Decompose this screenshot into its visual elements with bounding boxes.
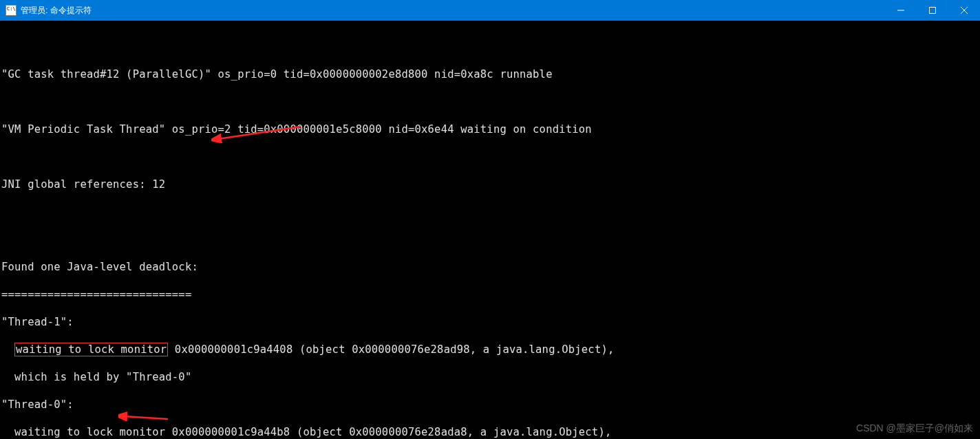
output-line: waiting to lock monitor 0x000000001c9a44… bbox=[1, 343, 979, 356]
output-line: "VM Periodic Task Thread" os_prio=2 tid=… bbox=[1, 122, 979, 136]
output-line: ============================= bbox=[1, 288, 979, 301]
output-line bbox=[1, 205, 979, 219]
output-line: "Thread-0": bbox=[1, 398, 979, 411]
window-controls bbox=[885, 0, 980, 21]
output-line: waiting to lock monitor 0x000000001c9a44… bbox=[1, 425, 979, 439]
close-button[interactable] bbox=[948, 0, 980, 21]
minimize-button[interactable] bbox=[885, 0, 917, 21]
output-line bbox=[1, 233, 979, 246]
watermark: CSDN @墨家巨子@俏如来 bbox=[856, 422, 973, 435]
output-line bbox=[1, 40, 979, 54]
output-line: which is held by "Thread-0" bbox=[1, 370, 979, 384]
output-line: "GC task thread#12 (ParallelGC)" os_prio… bbox=[1, 67, 979, 81]
output-line bbox=[1, 150, 979, 164]
window-title: 管理员: 命令提示符 bbox=[21, 5, 92, 17]
terminal-output[interactable]: "GC task thread#12 (ParallelGC)" os_prio… bbox=[0, 21, 980, 439]
output-line bbox=[1, 95, 979, 109]
output-line: "Thread-1": bbox=[1, 315, 979, 329]
output-line: JNI global references: 12 bbox=[1, 178, 979, 191]
highlight-box: waiting to lock monitor bbox=[14, 343, 168, 356]
window-titlebar[interactable]: 管理员: 命令提示符 bbox=[0, 0, 980, 21]
maximize-button[interactable] bbox=[917, 0, 948, 21]
output-line: Found one Java-level deadlock: bbox=[1, 260, 979, 274]
cmd-icon bbox=[6, 5, 17, 16]
svg-rect-1 bbox=[930, 8, 936, 14]
